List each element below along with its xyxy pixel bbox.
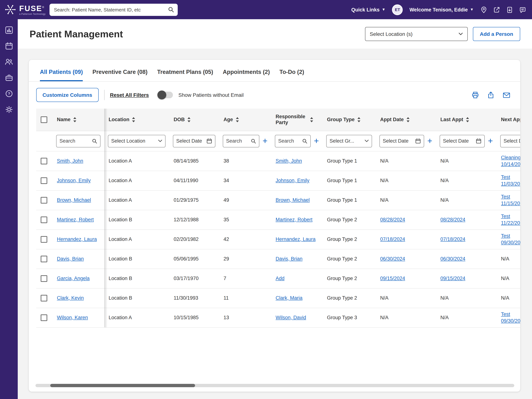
email-icon[interactable] (502, 91, 511, 99)
location-pin-icon[interactable] (480, 6, 487, 13)
responsible-party-link[interactable]: Clark, Maria (276, 295, 303, 301)
tab-to-do[interactable]: To-Do (2) (279, 69, 304, 81)
next-appt-link[interactable]: Test09/30/2024 (501, 233, 520, 246)
add-responsible-party-filter-button[interactable]: + (314, 137, 319, 145)
col-header-group-type[interactable]: Group Type (323, 109, 376, 131)
group-type-filter-select[interactable]: Select Gr... (326, 135, 372, 147)
col-header-responsible-party[interactable]: Responsible Party (271, 109, 323, 131)
patient-name-link[interactable]: Johnson, Emily (57, 178, 91, 183)
filter-value: Select Date (504, 138, 520, 144)
dob-filter-date[interactable]: Select Date (173, 135, 215, 147)
customize-columns-button[interactable]: Customize Columns (36, 88, 98, 102)
age-filter-input[interactable] (226, 138, 248, 144)
row-checkbox[interactable] (41, 314, 47, 321)
next-appt-link[interactable]: Test11/22/2024 (501, 213, 520, 226)
last-appt-link[interactable]: 07/18/2024 (440, 236, 465, 242)
cell-location: Location A (104, 229, 169, 249)
col-header-dob[interactable]: DOB (169, 109, 219, 131)
add-person-button[interactable]: Add a Person (473, 27, 520, 41)
show-without-email-toggle[interactable] (157, 92, 173, 98)
tab-appointments[interactable]: Appointments (2) (223, 69, 270, 81)
add-age-filter-button[interactable]: + (262, 137, 267, 145)
col-header-next-appt[interactable]: Next Appt (497, 109, 520, 131)
document-export-icon[interactable] (506, 6, 513, 13)
responsible-party-link[interactable]: Wilson, David (276, 315, 306, 320)
patient-name-link[interactable]: Davis, Brian (57, 256, 84, 262)
add-responsible-party-link[interactable]: Add (276, 276, 285, 281)
patient-name-link[interactable]: Clark, Kevin (57, 295, 84, 301)
patient-name-link[interactable]: Garcia, Angela (57, 276, 90, 281)
patient-name-link[interactable]: Hernandez, Laura (57, 236, 97, 242)
print-icon[interactable] (471, 91, 479, 99)
cell-next-appt: N/A (497, 288, 520, 308)
avatar[interactable]: ET (392, 4, 403, 15)
col-header-name[interactable]: Name (52, 109, 104, 131)
location-filter-select[interactable]: Select Location (108, 135, 165, 147)
appt-date-link[interactable]: 09/15/2024 (380, 276, 405, 281)
col-header-age[interactable]: Age (219, 109, 271, 131)
patient-name-link[interactable]: Brown, Michael (57, 197, 91, 203)
responsible-party-link[interactable]: Smith, John (276, 158, 302, 164)
row-checkbox[interactable] (41, 197, 47, 203)
patient-name-link[interactable]: Martinez, Robert (57, 217, 94, 222)
responsible-party-link[interactable]: Johnson, Emily (276, 178, 309, 183)
appt-date-filter-date[interactable]: Select Date (380, 135, 424, 147)
chat-icon[interactable] (519, 6, 526, 13)
sidebar-item-patients[interactable] (4, 57, 14, 67)
location-select[interactable]: Select Location (s) (365, 27, 468, 41)
appt-date-link[interactable]: 08/28/2024 (380, 217, 405, 222)
cell-dob: 08/14/1985 (169, 151, 219, 171)
responsible-party-link[interactable]: Martinez, Robert (276, 217, 313, 222)
appt-date-link[interactable]: 06/30/2024 (380, 256, 405, 262)
responsible-party-link[interactable]: Davis, Brian (276, 256, 303, 262)
last-appt-filter-date[interactable]: Select Date (440, 135, 485, 147)
search-icon[interactable] (168, 7, 174, 13)
scrollbar-thumb[interactable] (50, 384, 195, 387)
name-filter-input[interactable] (59, 138, 90, 144)
row-checkbox[interactable] (41, 216, 47, 223)
sidebar-item-calendar[interactable] (4, 41, 14, 51)
user-menu[interactable]: Welcome Tenison, Eddie ▼ (410, 7, 474, 12)
sidebar-item-settings[interactable] (4, 104, 14, 114)
next-appt-link[interactable]: Cleaning10/14/2024 (501, 154, 520, 167)
patient-name-link[interactable]: Smith, John (57, 158, 83, 164)
responsible-party-link[interactable]: Hernandez, Laura (276, 236, 316, 242)
reset-all-filters-link[interactable]: Reset All Filters (110, 92, 149, 98)
open-in-new-icon[interactable] (493, 6, 500, 13)
col-header-location[interactable]: Location (104, 109, 169, 131)
next-appt-link[interactable]: Test11/15/2024 (501, 194, 520, 207)
responsible-party-link[interactable]: Brown, Michael (276, 197, 310, 203)
add-appt-date-filter-button[interactable]: + (427, 137, 432, 145)
row-checkbox[interactable] (41, 177, 47, 184)
global-search-input[interactable] (54, 7, 168, 12)
sidebar-item-help[interactable]: ? (4, 88, 14, 99)
row-checkbox[interactable] (41, 255, 47, 262)
add-last-appt-filter-button[interactable]: + (488, 137, 493, 145)
next-appt-link[interactable]: Test09/30/2024 (501, 311, 520, 324)
col-header-last-appt[interactable]: Last Appt (436, 109, 497, 131)
quick-links-menu[interactable]: Quick Links ▼ (351, 7, 386, 12)
row-checkbox[interactable] (41, 295, 47, 301)
responsible-party-filter-input[interactable] (278, 138, 300, 144)
select-all-checkbox[interactable] (41, 116, 47, 123)
chevron-down-icon: ▼ (382, 8, 386, 12)
export-icon[interactable] (487, 91, 495, 99)
sidebar-item-analytics[interactable] (4, 25, 14, 35)
horizontal-scrollbar[interactable] (35, 384, 514, 387)
tab-preventive-care[interactable]: Preventive Care (08) (93, 69, 148, 81)
last-appt-link[interactable]: 08/28/2024 (440, 217, 465, 222)
appt-date-link[interactable]: 07/18/2024 (380, 236, 405, 242)
col-header-appt-date[interactable]: Appt Date (376, 109, 436, 131)
tab-treatment-plans[interactable]: Treatment Plans (05) (157, 69, 213, 81)
row-checkbox[interactable] (41, 236, 47, 242)
sidebar-item-practice[interactable] (4, 72, 14, 83)
tab-all-patients[interactable]: All Patients (09) (40, 69, 83, 81)
patient-name-link[interactable]: Wilson, Karen (57, 315, 88, 320)
row-checkbox[interactable] (41, 158, 47, 164)
cell-name: Brown, Michael (52, 190, 104, 210)
last-appt-link[interactable]: 09/15/2024 (440, 276, 465, 281)
next-appt-link[interactable]: Test11/03/2024 (501, 174, 520, 187)
next-appt-filter-date[interactable]: Select Date (500, 135, 520, 147)
last-appt-link[interactable]: 06/30/2024 (440, 256, 465, 262)
row-checkbox[interactable] (41, 275, 47, 282)
